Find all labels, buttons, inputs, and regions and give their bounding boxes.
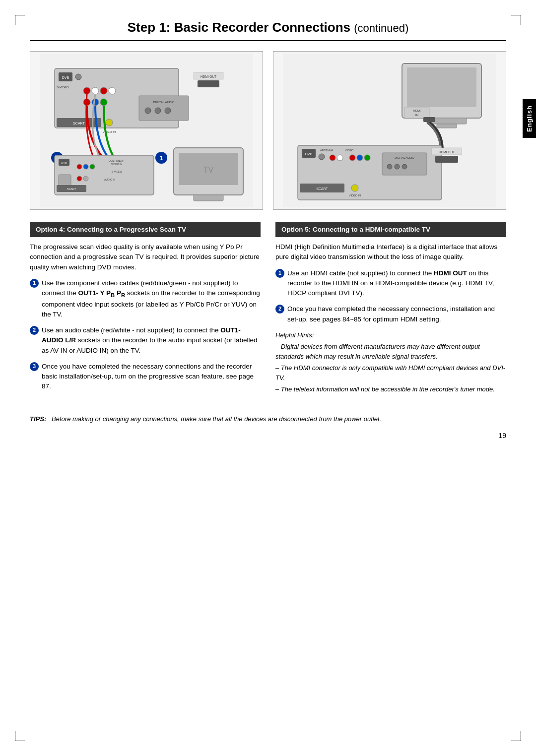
svg-rect-57 bbox=[423, 117, 435, 122]
page-title: Step 1: Basic Recorder Connections (cont… bbox=[30, 20, 506, 41]
svg-point-43 bbox=[77, 176, 82, 181]
svg-text:DVB: DVB bbox=[61, 161, 67, 164]
svg-text:SCART: SCART bbox=[67, 188, 76, 190]
diagrams-row: DVB S-VIDEO bbox=[30, 51, 506, 210]
svg-text:S-VIDEO: S-VIDEO bbox=[57, 86, 69, 89]
svg-rect-53 bbox=[437, 124, 457, 128]
option5-step2: 2 Once you have completed the necessary … bbox=[275, 304, 506, 324]
svg-point-37 bbox=[77, 164, 82, 169]
option4-intro: The progressive scan video quality is on… bbox=[30, 242, 261, 272]
svg-text:DVB: DVB bbox=[305, 152, 313, 156]
svg-point-12 bbox=[92, 99, 99, 106]
option4-step2-text: Use an audio cable (red/white - not supp… bbox=[42, 325, 261, 356]
svg-point-9 bbox=[100, 87, 107, 94]
svg-text:SCART: SCART bbox=[316, 187, 328, 190]
option4-step1: 1 Use the component video cables (red/bl… bbox=[30, 278, 261, 319]
hint-3: – The teletext information will not be a… bbox=[275, 384, 506, 394]
diagram-right-svg: HDMI IN DVB bbox=[283, 54, 496, 207]
content-row: Option 4: Connecting to a Progressive Sc… bbox=[30, 222, 506, 398]
svg-text:DVB: DVB bbox=[62, 76, 69, 79]
svg-text:DIGITAL AUDIO: DIGITAL AUDIO bbox=[395, 156, 414, 159]
step-number-3: 3 bbox=[30, 362, 39, 371]
svg-text:VIDEO: VIDEO bbox=[345, 149, 354, 152]
svg-point-8 bbox=[92, 87, 99, 94]
svg-point-24 bbox=[106, 119, 113, 126]
hint-2: – The HDMI connector is only compatible … bbox=[275, 363, 506, 382]
svg-point-4 bbox=[75, 74, 81, 80]
option4-step3-text: Once you have completed the necessary co… bbox=[42, 362, 261, 392]
svg-point-20 bbox=[155, 108, 161, 114]
tips-text: Before making or changing any connection… bbox=[52, 415, 381, 423]
option4-list: 1 Use the component video cables (red/bl… bbox=[30, 278, 261, 392]
tips-label: TIPS: bbox=[30, 415, 46, 423]
svg-point-72 bbox=[387, 164, 392, 169]
step-number-2b: 2 bbox=[275, 305, 284, 314]
svg-point-80 bbox=[351, 185, 358, 191]
svg-text:SCART: SCART bbox=[73, 122, 85, 125]
step-number-1: 1 bbox=[30, 279, 39, 288]
svg-text:ANTENNA: ANTENNA bbox=[320, 149, 334, 152]
svg-text:COMPONENT: COMPONENT bbox=[109, 159, 125, 162]
svg-point-7 bbox=[83, 87, 90, 94]
option4-header: Option 4: Connecting to a Progressive Sc… bbox=[30, 222, 261, 237]
svg-point-39 bbox=[90, 164, 95, 169]
svg-point-21 bbox=[165, 108, 171, 114]
svg-rect-77 bbox=[435, 156, 458, 163]
svg-rect-33 bbox=[194, 195, 223, 201]
helpful-hints: Helpful Hints: – Digital devices from di… bbox=[275, 330, 506, 394]
svg-point-67 bbox=[349, 155, 355, 161]
svg-point-63 bbox=[319, 154, 325, 160]
option4-step1-text: Use the component video cables (red/blue… bbox=[42, 278, 261, 319]
title-continued: (continued) bbox=[354, 22, 408, 34]
option5-step1: 1 Use an HDMI cable (not supplied) to co… bbox=[275, 268, 506, 299]
option5-intro: HDMI (High Definition Multimedia Interfa… bbox=[275, 242, 506, 262]
diagram-right: HDMI IN DVB bbox=[273, 51, 506, 210]
svg-text:VIDEO IN: VIDEO IN bbox=[349, 194, 361, 197]
page-number: 19 bbox=[30, 432, 506, 440]
svg-point-13 bbox=[100, 99, 107, 106]
svg-text:IN: IN bbox=[415, 114, 418, 117]
svg-text:HDMI OUT: HDMI OUT bbox=[201, 75, 216, 78]
option5-header: Option 5: Connecting to a HDMI-compatibl… bbox=[275, 222, 506, 237]
svg-rect-16 bbox=[198, 80, 219, 87]
corner-mark-bl bbox=[15, 731, 25, 741]
title-text: Step 1: Basic Recorder Connections bbox=[128, 20, 350, 35]
svg-text:VIDEO IN: VIDEO IN bbox=[111, 163, 122, 166]
col-right: Option 5: Connecting to a HDMI-compatibl… bbox=[275, 222, 506, 398]
svg-point-74 bbox=[402, 164, 407, 169]
col-left: Option 4: Connecting to a Progressive Sc… bbox=[30, 222, 261, 398]
corner-mark-br bbox=[511, 731, 521, 741]
hint-1: – Digital devices from different manufac… bbox=[275, 342, 506, 361]
svg-point-44 bbox=[83, 176, 88, 181]
svg-point-66 bbox=[337, 155, 343, 161]
option5-step1-text: Use an HDMI cable (not supplied) to conn… bbox=[287, 268, 506, 299]
step-number-1b: 1 bbox=[275, 269, 284, 278]
svg-text:HDMI OUT: HDMI OUT bbox=[439, 150, 455, 154]
option5-list: 1 Use an HDMI cable (not supplied) to co… bbox=[275, 268, 506, 324]
svg-point-69 bbox=[364, 155, 370, 161]
tips-section: TIPS: Before making or changing any conn… bbox=[30, 408, 506, 424]
option4-step2: 2 Use an audio cable (red/white - not su… bbox=[30, 325, 261, 356]
svg-text:DIGITAL AUDIO: DIGITAL AUDIO bbox=[153, 101, 174, 104]
svg-point-68 bbox=[357, 155, 363, 161]
hints-title: Helpful Hints: bbox=[275, 330, 506, 340]
svg-rect-51 bbox=[407, 67, 476, 107]
option5-step2-text: Once you have completed the necessary co… bbox=[287, 304, 506, 324]
svg-point-38 bbox=[83, 164, 88, 169]
svg-point-10 bbox=[109, 87, 116, 94]
svg-text:TV: TV bbox=[203, 166, 214, 174]
svg-text:AUDIO IN: AUDIO IN bbox=[104, 178, 116, 181]
svg-point-19 bbox=[145, 108, 151, 114]
svg-point-73 bbox=[395, 164, 400, 169]
svg-text:S-VIDEO: S-VIDEO bbox=[112, 170, 122, 173]
svg-text:HDMI: HDMI bbox=[413, 109, 421, 112]
diagram-left-svg: DVB S-VIDEO bbox=[40, 54, 253, 207]
svg-point-65 bbox=[330, 155, 335, 161]
svg-text:1: 1 bbox=[160, 155, 163, 162]
diagram-left: DVB S-VIDEO bbox=[30, 51, 263, 210]
option4-step3: 3 Once you have completed the necessary … bbox=[30, 362, 261, 392]
step-number-2: 2 bbox=[30, 326, 39, 335]
